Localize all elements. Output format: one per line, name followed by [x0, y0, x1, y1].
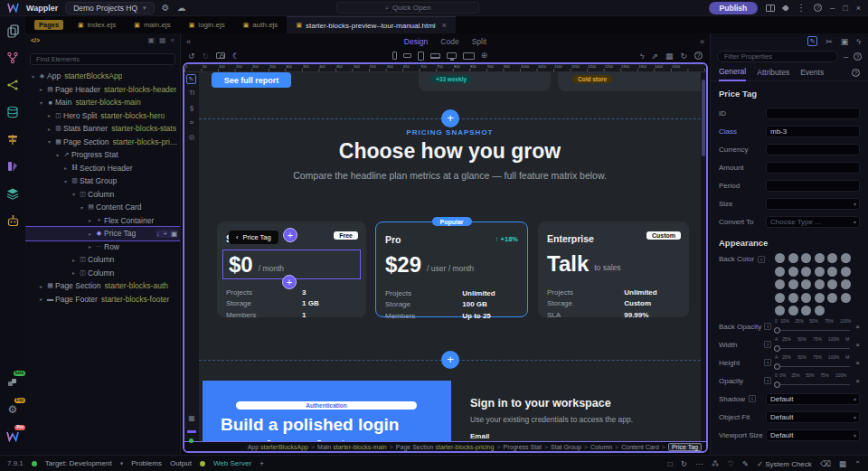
fullscreen-icon[interactable]: □ [668, 459, 673, 468]
export-icon[interactable]: ⇗ [651, 52, 658, 61]
inspect-tool-icon[interactable]: ✎ [807, 36, 817, 46]
components-icon[interactable]: § [186, 104, 197, 112]
chevron-right-icon[interactable]: ▸ [61, 165, 70, 171]
color-swatch[interactable] [775, 253, 785, 263]
field-select[interactable]: Default▾ [766, 411, 860, 423]
tree-item-stats-banner[interactable]: ▸▥Stats Bannerstarter-blocks-stats [25, 122, 180, 136]
lightning-icon[interactable]: ϟ [640, 52, 645, 61]
tree-item-app[interactable]: ▾◈AppstarterBlocksApp [25, 70, 180, 83]
pricing-card-enterprise[interactable]: Enterprise Custom Talk to sales Projects… [538, 221, 689, 317]
slider-handle[interactable] [774, 382, 780, 388]
collapse-left-icon[interactable]: « [186, 37, 191, 46]
tree-item-column[interactable]: ▾◫Column [25, 188, 180, 202]
trash-icon[interactable]: ▦ [839, 459, 846, 468]
panel-grid-icon[interactable]: ▦ [159, 36, 166, 44]
help-icon[interactable]: ? [694, 52, 703, 60]
collapse-all-icon[interactable]: – [844, 52, 848, 61]
file-tab[interactable]: ▣main.ejs [125, 16, 179, 33]
add-component-button[interactable]: + [283, 228, 297, 242]
cloud-deploy-icon[interactable]: ☁ [177, 4, 186, 13]
tree-item-hero-split[interactable]: ▸◫Hero Splitstarter-blocks-hero [25, 109, 180, 123]
help-icon[interactable]: ? [852, 69, 860, 77]
dark-mode-moon-icon[interactable]: ☾ [232, 52, 240, 61]
color-swatch[interactable] [841, 253, 851, 263]
color-swatch[interactable] [775, 293, 785, 303]
feedback-icon[interactable]: ♡ [727, 459, 734, 468]
color-swatch[interactable] [801, 279, 811, 289]
chevron-down-icon[interactable]: ▾ [61, 178, 70, 184]
slider-track[interactable]: 010%25%50%75%100% [774, 320, 850, 334]
clear-icon[interactable]: × [855, 359, 860, 367]
device-tv-icon[interactable] [463, 52, 475, 60]
color-swatch[interactable] [775, 279, 785, 289]
device-phone-icon[interactable] [392, 52, 397, 60]
help-icon[interactable]: ? [854, 52, 862, 61]
chevron-right-icon[interactable]: ▸ [86, 231, 94, 237]
color-swatch[interactable] [801, 306, 811, 316]
breadcrumb-item[interactable]: Page Section starter-blocks-pricing [396, 444, 495, 450]
color-swatch[interactable] [788, 279, 798, 289]
window-maximize-button[interactable]: □ [843, 4, 847, 13]
eye-icon[interactable]: ◎ [186, 133, 197, 141]
color-swatch[interactable] [827, 279, 837, 289]
color-swatch[interactable] [827, 293, 837, 303]
device-laptop-icon[interactable] [430, 53, 440, 59]
tree-item-progress-stat[interactable]: ▾↗Progress Stat [25, 148, 180, 162]
add-block-button[interactable]: + [441, 109, 459, 127]
field-input[interactable] [766, 162, 860, 174]
chevron-down-icon[interactable]: ▾ [78, 204, 86, 211]
collapse-right-icon[interactable]: » [700, 37, 704, 46]
chevron-up-icon[interactable]: ⌃ [854, 459, 861, 468]
undo-icon[interactable]: ↺ [188, 52, 195, 61]
device-responsive-icon[interactable]: ⊕ [481, 52, 488, 60]
workflows-icon[interactable] [4, 76, 22, 94]
scrollbar-thumb[interactable] [702, 80, 705, 156]
chevron-right-icon[interactable]: ▸ [37, 296, 45, 302]
slider-handle[interactable] [774, 363, 780, 370]
chevron-right-icon[interactable]: ▸ [86, 243, 94, 250]
tab-attributes[interactable]: Attributes [757, 68, 789, 80]
color-swatch[interactable] [827, 267, 837, 277]
chevron-down-icon[interactable]: ▾ [45, 138, 53, 145]
chevron-right-icon[interactable]: ▸ [45, 112, 53, 118]
redo-icon[interactable]: ↻ [203, 52, 210, 61]
tree-item-main[interactable]: ▾■Mainstarter-blocks-main [25, 96, 180, 109]
file-tab[interactable]: ▣auth.ejs [234, 16, 288, 33]
window-close-button[interactable]: × [856, 4, 861, 13]
theme-brush-icon[interactable]: ✎ [742, 459, 749, 468]
field-input[interactable] [766, 144, 860, 155]
slider-track[interactable]: A25%50%75%100%M [774, 338, 850, 352]
git-icon[interactable] [4, 49, 22, 67]
breadcrumb-item[interactable]: Main starter-blocks-main [317, 444, 387, 450]
clear-icon[interactable]: × [855, 341, 860, 349]
tree-item-page-section[interactable]: ▾▦Page Sectionstarter-blocks-pricing [25, 136, 180, 149]
field-select[interactable]: ▾ [766, 198, 860, 210]
problems-button[interactable]: Problems [131, 459, 162, 467]
file-tab[interactable]: ▣index.ejs [69, 16, 125, 33]
tree-item-page-section[interactable]: ▸▦Page Sectionstarter-blocks-auth [25, 279, 180, 293]
color-swatch[interactable] [775, 267, 785, 277]
magnet-icon[interactable]: ¤ [186, 118, 197, 127]
settings-gear-icon[interactable]: ⚙ [162, 4, 170, 13]
tree-item-flex-container[interactable]: ▸+Flex Container [25, 214, 180, 228]
color-swatch[interactable] [788, 306, 798, 316]
design-styles-icon[interactable] [4, 157, 22, 175]
layout-columns-icon[interactable] [766, 5, 775, 12]
find-elements-input[interactable] [30, 53, 175, 65]
slider-handle[interactable] [774, 327, 780, 334]
slider-track[interactable]: A25%50%75%100%M [774, 356, 850, 370]
color-swatch[interactable] [827, 253, 837, 263]
tree-item-page-footer[interactable]: ▸▬Page Footerstarter-blocks-footer [25, 293, 180, 306]
tab-events[interactable]: Events [800, 68, 824, 80]
color-swatch[interactable] [801, 267, 811, 277]
color-swatch[interactable] [815, 306, 825, 316]
project-selector[interactable]: Demo Projects HQ▾ [65, 2, 154, 14]
scissors-icon[interactable]: ✂ [826, 37, 833, 46]
tree-item-page-header[interactable]: ▸▤Page Headerstarter-blocks-header [25, 83, 180, 97]
wappler-pro-icon[interactable]: Pro [4, 428, 22, 446]
file-tab[interactable]: ▣starter-blocks-preview--tour-manual.htm… [287, 16, 455, 33]
tree-item-stat-group[interactable]: ▾▥Stat Group [25, 174, 180, 188]
layers-icon[interactable] [4, 184, 22, 203]
tree-item-column[interactable]: ▸◫Column [25, 253, 180, 267]
refresh-icon[interactable]: ↻ [680, 52, 687, 61]
